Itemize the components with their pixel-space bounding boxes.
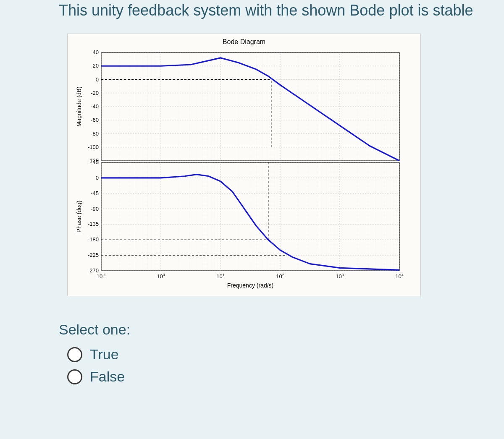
svg-text:0: 0 [96, 76, 99, 83]
svg-text:-90: -90 [91, 206, 99, 212]
radio-icon[interactable] [67, 369, 82, 384]
svg-text:Frequency (rad/s): Frequency (rad/s) [227, 282, 273, 289]
svg-text:104: 104 [395, 273, 403, 280]
bode-svg: 40200-20-40-60-80-100-120Magnitude (dB)4… [72, 48, 408, 292]
svg-text:-180: -180 [88, 237, 99, 243]
svg-text:-40: -40 [91, 103, 99, 110]
svg-text:-60: -60 [91, 117, 99, 123]
svg-text:Magnitude (dB): Magnitude (dB) [76, 87, 82, 127]
svg-text:Phase (deg): Phase (deg) [76, 201, 82, 233]
option-label: False [90, 368, 125, 385]
svg-text:-20: -20 [91, 90, 99, 96]
svg-text:-135: -135 [88, 221, 99, 227]
svg-text:45: 45 [93, 159, 99, 165]
option-label: True [90, 346, 119, 363]
option-false[interactable]: False [67, 368, 487, 385]
select-prompt: Select one: [59, 321, 487, 338]
chart-title: Bode Diagram [72, 38, 416, 46]
svg-text:103: 103 [336, 273, 344, 280]
svg-text:100: 100 [157, 273, 165, 280]
svg-text:10-1: 10-1 [97, 273, 106, 280]
svg-text:-80: -80 [91, 131, 99, 137]
svg-text:101: 101 [216, 273, 224, 280]
svg-text:20: 20 [93, 63, 99, 69]
svg-text:-270: -270 [88, 267, 99, 274]
bode-chart: Bode Diagram 40200-20-40-60-80-100-120Ma… [67, 34, 421, 296]
svg-text:40: 40 [93, 49, 99, 55]
svg-text:0: 0 [96, 175, 99, 181]
radio-icon[interactable] [67, 347, 82, 362]
question-text: This unity feedback system with the show… [59, 0, 487, 21]
svg-text:-100: -100 [88, 144, 99, 150]
svg-text:-45: -45 [91, 190, 99, 196]
svg-text:102: 102 [276, 273, 284, 280]
svg-text:-225: -225 [88, 252, 99, 259]
svg-rect-0 [101, 52, 399, 161]
option-true[interactable]: True [67, 346, 487, 363]
